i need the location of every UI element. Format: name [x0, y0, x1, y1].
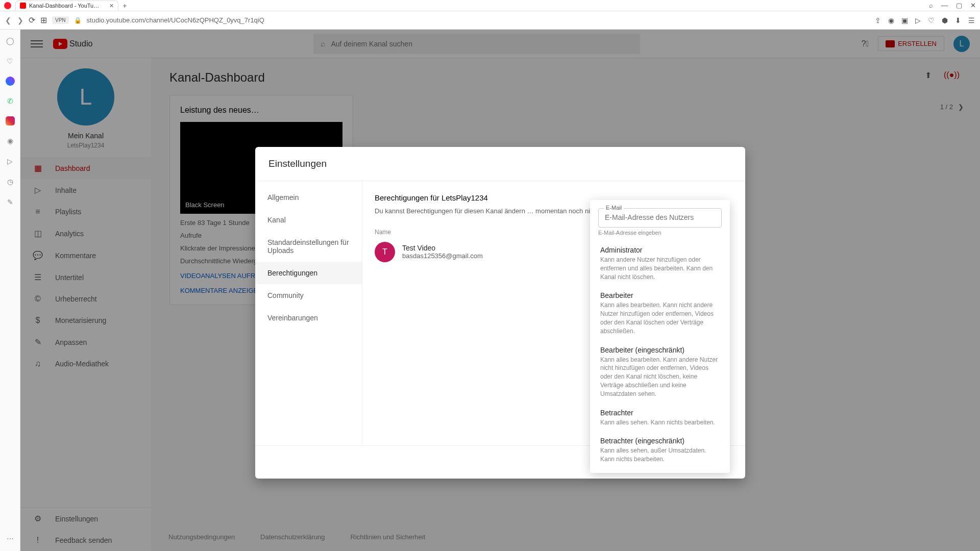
- pip-icon[interactable]: ▣: [901, 16, 908, 24]
- role-name: Bearbeiter (eingeschränkt): [600, 346, 720, 354]
- window-controls: ⌕ — ▢ ✕: [929, 2, 976, 9]
- role-option[interactable]: Betrachter (eingeschränkt)Kann alles seh…: [590, 432, 730, 469]
- youtube-favicon-icon: [20, 3, 26, 9]
- bookmarks-icon[interactable]: ♡: [5, 56, 15, 66]
- role-description: Kann alles sehen. Kann nichts bearbeiten…: [600, 418, 720, 427]
- opera-logo-icon: [4, 2, 11, 9]
- search-icon[interactable]: ⌕: [929, 2, 933, 9]
- menu-icon[interactable]: ☰: [968, 16, 975, 24]
- send-icon[interactable]: ▷: [915, 16, 921, 24]
- maximize-icon[interactable]: ▢: [956, 2, 962, 9]
- bookmark-sync-icon[interactable]: ⇪: [875, 16, 881, 24]
- role-name: Betrachter (eingeschränkt): [600, 437, 720, 445]
- email-field[interactable]: E-Mail: [598, 208, 722, 228]
- email-input[interactable]: [605, 213, 715, 221]
- browser-tabbar: Kanal-Dashboard - YouTu… ✕ + ⌕ — ▢ ✕: [0, 0, 980, 11]
- instagram-icon[interactable]: [6, 116, 15, 126]
- snapshot-icon[interactable]: ◉: [888, 16, 894, 24]
- role-option[interactable]: BearbeiterKann alles bearbeiten. Kann ni…: [590, 286, 730, 340]
- role-name: Administrator: [600, 246, 720, 254]
- invite-popup: E-Mail E-Mail-Adresse eingeben Administr…: [590, 200, 730, 473]
- flow-icon[interactable]: ◉: [5, 136, 15, 146]
- heart-icon[interactable]: ♡: [928, 16, 935, 24]
- close-icon[interactable]: ✕: [970, 2, 976, 9]
- tab-title: Kanal-Dashboard - YouTu…: [29, 3, 99, 9]
- role-option[interactable]: Bearbeiter (eingeschränkt)Kann alles bea…: [590, 341, 730, 404]
- role-name: Betrachter: [600, 409, 720, 417]
- browser-addressbar: ❮ ❯ ⟳ ⊞ VPN 🔒 studio.youtube.com/channel…: [0, 11, 980, 30]
- cube-icon[interactable]: ⬢: [942, 16, 948, 24]
- history-icon[interactable]: ◷: [5, 177, 15, 187]
- sidebar-more-icon[interactable]: ⋯: [5, 534, 15, 544]
- url-text[interactable]: studio.youtube.com/channel/UCocN6zQPHQZ_…: [87, 16, 264, 24]
- user-avatar: T: [375, 242, 395, 262]
- reload-icon[interactable]: ⟳: [29, 15, 35, 25]
- dialog-nav-item[interactable]: Vereinbarungen: [255, 307, 362, 329]
- dialog-nav-item[interactable]: Berechtigungen: [255, 262, 362, 284]
- user-name: Test Video: [402, 244, 483, 252]
- messenger-icon[interactable]: [6, 77, 15, 86]
- new-tab-button[interactable]: +: [122, 2, 127, 10]
- role-name: Bearbeiter: [600, 291, 720, 299]
- whatsapp-icon[interactable]: ✆: [5, 96, 15, 106]
- download-icon[interactable]: ⬇: [955, 16, 961, 24]
- workspaces-icon[interactable]: ◯: [5, 36, 15, 46]
- speed-dial-icon[interactable]: ⊞: [40, 15, 47, 25]
- dialog-nav-item[interactable]: Standardeinstellungen für Uploads: [255, 231, 362, 262]
- user-email: basdas125356@gmail.com: [402, 252, 483, 260]
- dialog-title: Einstellungen: [255, 147, 745, 181]
- vpn-badge[interactable]: VPN: [52, 16, 69, 24]
- pinboards-icon[interactable]: ✎: [5, 197, 15, 207]
- role-option[interactable]: BetrachterKann alles sehen. Kann nichts …: [590, 404, 730, 432]
- nav-forward-icon[interactable]: ❯: [17, 16, 23, 24]
- email-label: E-Mail: [604, 205, 624, 211]
- tab-close-icon[interactable]: ✕: [109, 3, 114, 9]
- email-hint: E-Mail-Adresse eingeben: [598, 230, 722, 236]
- browser-tab[interactable]: Kanal-Dashboard - YouTu… ✕: [15, 1, 118, 11]
- dialog-nav: AllgemeinKanalStandardeinstellungen für …: [255, 181, 362, 445]
- role-description: Kann andere Nutzer hinzufügen oder entfe…: [600, 256, 720, 281]
- role-description: Kann alles bearbeiten. Kann andere Nutze…: [600, 356, 720, 398]
- dialog-nav-item[interactable]: Community: [255, 284, 362, 307]
- dialog-nav-item[interactable]: Allgemein: [255, 186, 362, 209]
- dialog-nav-item[interactable]: Kanal: [255, 209, 362, 231]
- app-root: Studio ⌕ ?⃝ ERSTELLEN L L Mein Kanal Let…: [20, 30, 980, 551]
- browser-sidebar: ◯ ♡ ✆ ◉ ▷ ◷ ✎ ⋯: [0, 30, 20, 551]
- nav-back-icon[interactable]: ❮: [5, 16, 11, 24]
- player-icon[interactable]: ▷: [5, 156, 15, 166]
- minimize-icon[interactable]: —: [941, 2, 948, 9]
- lock-icon: 🔒: [74, 17, 82, 24]
- role-description: Kann alles sehen, außer Umsatzdaten. Kan…: [600, 446, 720, 464]
- role-option[interactable]: AdministratorKann andere Nutzer hinzufüg…: [590, 241, 730, 286]
- role-description: Kann alles bearbeiten. Kann nicht andere…: [600, 301, 720, 335]
